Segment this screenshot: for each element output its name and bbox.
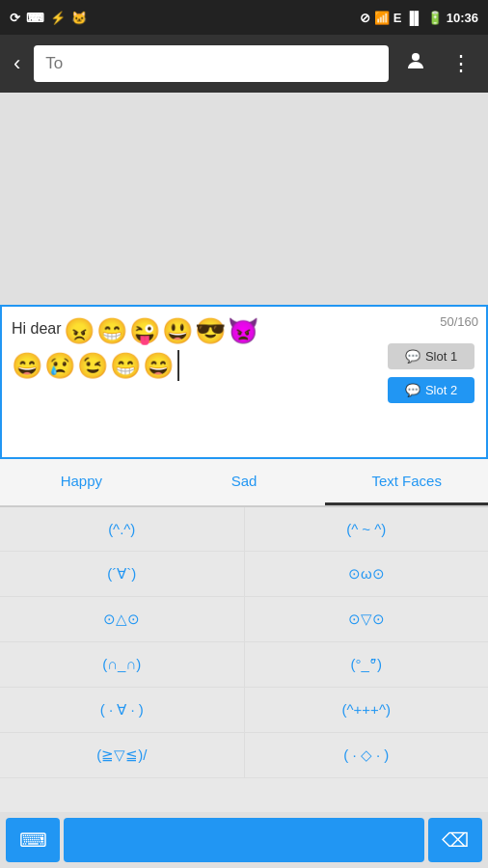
text-cursor <box>177 350 179 381</box>
top-bar: ‹ ⋮ <box>0 35 488 93</box>
compose-text-area[interactable]: Hi dear 😠 😁 😜 😃 😎 👿 😄 😢 😉 😁 😄 <box>12 316 388 381</box>
faces-row-1: (´∀`) ⊙ω⊙ <box>0 552 488 597</box>
person-button[interactable] <box>396 45 435 82</box>
time-display: 10:36 <box>447 11 478 25</box>
compose-box: 50/160 Hi dear 😠 😁 😜 😃 😎 👿 😄 😢 😉 😁 😄 <box>0 305 488 459</box>
char-counter: 50/160 <box>440 314 478 329</box>
face-cell-3-left[interactable]: (∩_∩) <box>0 642 245 688</box>
emoji-grin[interactable]: 😁 <box>96 316 127 346</box>
slot2-icon: 💬 <box>405 383 420 397</box>
text-input-button[interactable] <box>64 818 424 862</box>
keyboard-icon: ⌨ <box>26 11 44 25</box>
faces-row-5: (≧▽≦)/ ( · ◇ · ) <box>0 733 488 778</box>
delete-icon: ⌫ <box>442 828 469 852</box>
data-icon: E <box>393 11 402 25</box>
faces-row-2: ⊙△⊙ ⊙▽⊙ <box>0 597 488 642</box>
face-cell-2-left[interactable]: ⊙△⊙ <box>0 597 245 642</box>
keyboard-bar: ⌨ ⌫ <box>0 812 488 868</box>
compose-text: Hi dear <box>12 320 62 338</box>
keyboard-toggle-button[interactable]: ⌨ <box>6 818 60 862</box>
slot1-label: Slot 1 <box>425 349 457 364</box>
tabs-bar: Happy Sad Text Faces <box>0 459 488 507</box>
usb-icon: ⚡ <box>50 11 66 25</box>
tab-textfaces[interactable]: Text Faces <box>325 459 488 505</box>
slot1-icon: 💬 <box>405 349 420 364</box>
face-cell-3-right[interactable]: (°_°̈) <box>245 642 489 688</box>
emoji-grin2[interactable]: 😄 <box>143 351 174 381</box>
faces-row-3: (∩_∩) (°_°̈) <box>0 642 488 688</box>
tab-sad[interactable]: Sad <box>163 459 326 505</box>
cat-icon: 🐱 <box>71 11 87 25</box>
face-cell-1-right[interactable]: ⊙ω⊙ <box>245 552 489 597</box>
delete-button[interactable]: ⌫ <box>428 818 482 862</box>
emoji-angry[interactable]: 😠 <box>64 316 95 346</box>
emoji-sunglasses[interactable]: 😎 <box>195 316 226 346</box>
person-icon <box>404 49 427 72</box>
slot-area: 💬 Slot 1 💬 Slot 2 <box>388 343 474 403</box>
face-cell-2-right[interactable]: ⊙▽⊙ <box>245 597 489 642</box>
face-cell-4-right[interactable]: (^+++^) <box>245 688 489 733</box>
signal-mute-icon: ⊘ <box>360 11 370 25</box>
face-cell-1-left[interactable]: (´∀`) <box>0 552 245 597</box>
face-cell-0-right[interactable]: (^ ~ ^) <box>245 507 489 552</box>
emoji-row-2: 😄 😢 😉 😁 😄 <box>12 350 380 381</box>
status-bar: ⟳ ⌨ ⚡ 🐱 ⊘ 📶 E ▐▌ 🔋 10:36 <box>0 0 488 35</box>
svg-point-0 <box>412 53 420 61</box>
faces-grid: (^.^) (^ ~ ^) (´∀`) ⊙ω⊙ ⊙△⊙ ⊙▽⊙ (∩_∩) (°… <box>0 507 488 778</box>
emoji-wink[interactable]: 😜 <box>129 316 160 346</box>
emoji-red-angry[interactable]: 👿 <box>228 316 258 346</box>
status-icons: ⟳ ⌨ ⚡ 🐱 <box>10 11 87 25</box>
slot2-label: Slot 2 <box>425 383 457 397</box>
slot1-button[interactable]: 💬 Slot 1 <box>388 343 474 369</box>
battery-icon: 🔋 <box>427 11 443 25</box>
emoji-laughcry[interactable]: 😄 <box>12 351 42 381</box>
emoji-bigsmile[interactable]: 😃 <box>162 316 193 346</box>
faces-row-4: ( · ∀ · ) (^+++^) <box>0 688 488 733</box>
slot2-button[interactable]: 💬 Slot 2 <box>388 377 474 403</box>
keyboard-icon: ⌨ <box>19 828 47 852</box>
wifi-icon: 📶 <box>374 11 390 25</box>
face-cell-5-right[interactable]: ( · ◇ · ) <box>245 733 489 778</box>
faces-row-0: (^.^) (^ ~ ^) <box>0 507 488 552</box>
network-icon: ▐▌ <box>405 11 422 25</box>
emoji-row-1: Hi dear 😠 😁 😜 😃 😎 👿 <box>12 316 380 346</box>
face-cell-4-left[interactable]: ( · ∀ · ) <box>0 688 245 733</box>
face-cell-5-left[interactable]: (≧▽≦)/ <box>0 733 245 778</box>
face-cell-0-left[interactable]: (^.^) <box>0 507 245 552</box>
emoji-wink2[interactable]: 😉 <box>77 351 108 381</box>
status-right-icons: ⊘ 📶 E ▐▌ 🔋 10:36 <box>360 11 478 25</box>
emoji-cry[interactable]: 😢 <box>44 351 75 381</box>
to-input[interactable] <box>34 45 389 82</box>
menu-button[interactable]: ⋮ <box>443 47 480 80</box>
clock-icon: ⟳ <box>10 11 20 25</box>
message-area <box>0 93 488 305</box>
back-button[interactable]: ‹ <box>8 45 26 82</box>
tab-happy[interactable]: Happy <box>0 459 163 505</box>
emoji-toothy[interactable]: 😁 <box>110 351 141 381</box>
